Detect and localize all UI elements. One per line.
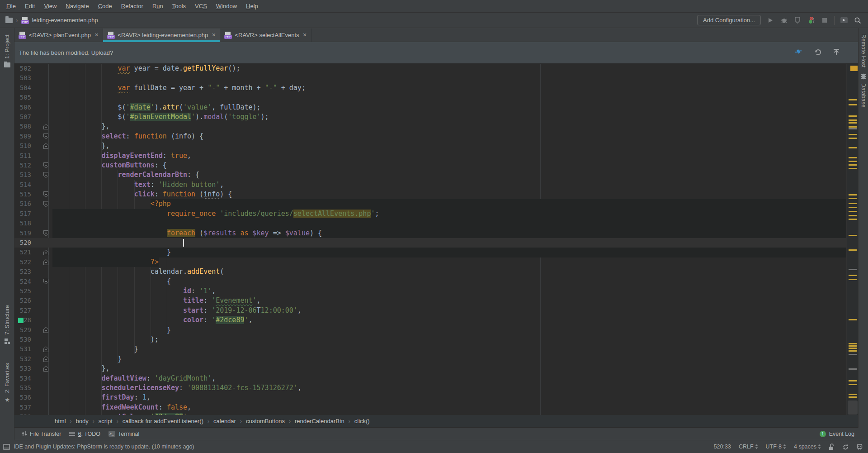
stripe-mark[interactable] [849,319,857,320]
folder-icon[interactable] [5,18,13,23]
fold-end-icon[interactable] [43,249,48,255]
fold-start-icon[interactable] [43,172,48,178]
code-line[interactable]: 534 defaultView: 'dayGridMonth', [14,374,846,383]
search-everywhere-icon[interactable] [854,16,862,24]
code-line[interactable]: 516 <?php [14,199,846,209]
code-line[interactable]: 531 } [14,344,846,354]
menu-item-window[interactable]: Window [212,0,241,12]
menu-item-run[interactable]: Run [148,0,168,12]
breadcrumb-item[interactable]: body [76,418,89,424]
code-line[interactable]: 519 foreach ($results as $key => $value)… [14,229,846,238]
fold-end-icon[interactable] [43,259,48,265]
code-line[interactable]: 510 }, [14,141,846,151]
tool-button-favorites[interactable]: 2: Favorites [4,363,10,393]
code-line[interactable]: 507 $('#planEventModal').modal('toggle')… [14,112,846,122]
menu-item-code[interactable]: Code [94,0,117,12]
code-line[interactable]: 511 displayEventEnd: true, [14,151,846,161]
code-line[interactable]: 528 color: '#2dce89', [14,315,846,325]
menu-item-refactor[interactable]: Refactor [117,0,148,12]
stripe-mark[interactable] [849,104,857,105]
stripe-mark[interactable] [849,345,857,347]
breadcrumb-item[interactable]: callback for addEventListener() [123,418,203,424]
stripe-mark[interactable] [849,207,857,208]
debug-icon[interactable] [780,16,788,24]
tool-button-terminal[interactable]: >_ Terminal [108,431,139,437]
editor-tab[interactable]: PHP<RAVR> selectAllEvents✕ [220,29,311,42]
stripe-mark[interactable] [849,384,857,385]
fold-end-icon[interactable] [43,143,48,149]
code-line[interactable]: 526 title: 'Evenement', [14,296,846,305]
indent-widget[interactable]: 4 spaces [794,443,821,450]
readonly-lock-icon[interactable] [829,443,835,450]
code-line[interactable]: 535 schedulerLicenseKey: '0088131402-fcs… [14,383,846,393]
breadcrumb-item[interactable]: customButtons [246,418,285,424]
stripe-mark[interactable] [849,126,857,128]
code-line[interactable]: 527 start: '2019-12-06T12:00:00', [14,306,846,315]
breadcrumb-item[interactable]: renderCalendarBtn [295,418,344,424]
update-refresh-icon[interactable] [842,443,849,450]
stripe-mark[interactable] [849,269,857,270]
code-line[interactable]: 517 require_once 'includes/queries/selec… [14,209,846,219]
stripe-mark[interactable] [849,275,857,276]
fold-start-icon[interactable] [43,162,48,168]
current-file-name[interactable]: leiding-evenementen.php [32,17,98,24]
code-line[interactable]: 524 { [14,277,846,286]
code-line[interactable]: 520 [14,238,846,248]
editor-tab[interactable]: PHP<RAVR> leiding-evenementen.php✕ [103,29,220,42]
stripe-mark[interactable] [849,198,857,199]
error-stripe[interactable] [846,64,858,415]
stop-icon[interactable] [821,16,829,24]
notifications-icon[interactable] [857,443,863,450]
tool-button-structure[interactable]: 7: Structure [4,305,10,335]
menu-item-navigate[interactable]: Navigate [61,0,93,12]
code-line[interactable]: 505 [14,93,846,102]
code-line[interactable]: 525 id: '1', [14,286,846,296]
add-configuration-button[interactable]: Add Configuration... [697,15,761,25]
code-line[interactable]: 512 customButtons: { [14,161,846,170]
stripe-mark[interactable] [849,211,857,212]
rollback-icon[interactable] [814,48,822,57]
code-editor[interactable]: 502 var year = date.getFullYear();503504… [14,64,846,415]
encoding-widget[interactable]: UTF-8 [766,443,786,450]
fold-start-icon[interactable] [43,134,48,139]
close-icon[interactable]: ✕ [94,32,99,38]
fold-start-icon[interactable] [43,191,48,197]
code-line[interactable]: 529 } [14,325,846,335]
stripe-mark[interactable] [849,249,857,251]
status-message[interactable]: IDE and Plugin Updates: PhpStorm is read… [14,443,194,450]
stripe-mark[interactable] [849,203,857,204]
upload-icon[interactable] [833,48,840,57]
close-icon[interactable]: ✕ [303,32,307,38]
stripe-mark[interactable] [849,161,857,162]
code-line[interactable]: 533 }, [14,364,846,373]
code-line[interactable]: 514 text: 'Hidden button', [14,180,846,190]
stripe-mark[interactable] [849,99,857,100]
code-line[interactable]: 522 ?> [14,257,846,267]
code-line[interactable]: 530 ); [14,335,846,344]
code-line[interactable]: 502 var year = date.getFullYear(); [14,64,846,73]
scrollbar-thumb[interactable] [848,401,858,415]
code-line[interactable]: 503 [14,73,846,83]
menu-item-vcs[interactable]: VCS [190,0,212,12]
code-line[interactable]: 513 renderCalendarBtn: { [14,170,846,180]
code-line[interactable]: 509 select: function (info) { [14,132,846,141]
stripe-mark[interactable] [849,134,857,135]
tool-button-file-transfer[interactable]: File Transfer [22,431,61,437]
breadcrumb-item[interactable]: calendar [213,418,236,424]
fold-end-icon[interactable] [43,124,48,129]
stripe-mark[interactable] [849,350,857,352]
stripe-mark[interactable] [849,119,857,121]
stripe-mark[interactable] [849,279,857,280]
caret-position-widget[interactable]: 520:33 [714,443,731,450]
stripe-mark[interactable] [849,215,857,216]
breadcrumb-item[interactable]: click() [354,418,370,424]
stripe-mark[interactable] [849,354,857,355]
code-line[interactable]: 521 } [14,248,846,257]
menu-item-view[interactable]: View [39,0,61,12]
fold-end-icon[interactable] [43,356,48,362]
fold-end-icon[interactable] [43,346,48,352]
stripe-mark[interactable] [849,219,857,220]
stripe-mark[interactable] [849,368,857,370]
menu-item-help[interactable]: Help [241,0,263,12]
tool-button-event-log[interactable]: 1 Event Log [820,431,854,437]
